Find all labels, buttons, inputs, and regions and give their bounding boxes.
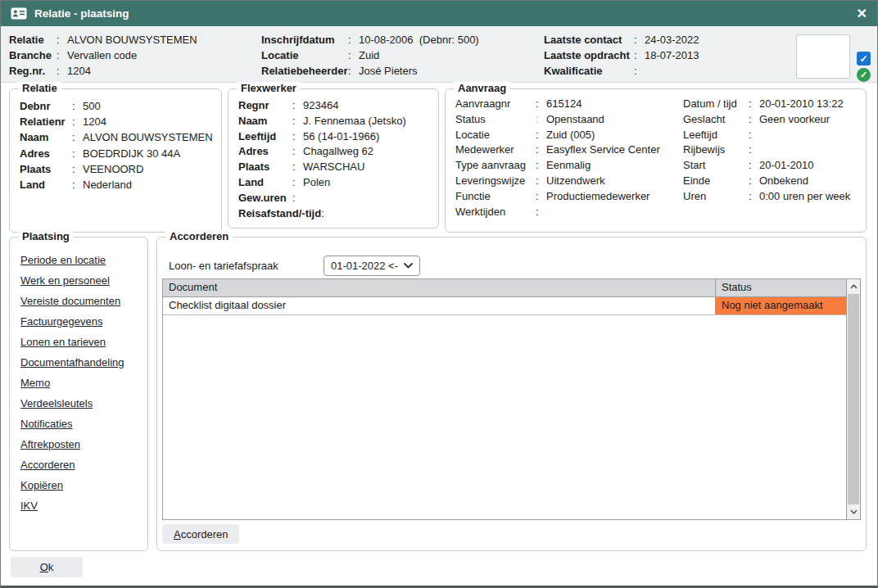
field-label: Adres xyxy=(20,146,72,161)
sidebar-link-periode-en-locatie[interactable]: Periode en locatie xyxy=(20,252,147,273)
field-label: Adres xyxy=(238,144,292,160)
status-cell[interactable]: Nog niet aangemaakt xyxy=(715,297,846,314)
aanvraag-groupbox: Aanvraag Aanvraagnr615124 StatusOpenstaa… xyxy=(445,88,867,233)
field-label: Naam xyxy=(238,114,292,129)
field-label: Naam xyxy=(20,129,72,145)
field-label: Leeftijd xyxy=(238,129,292,145)
field-value: Uitzendwerk xyxy=(546,174,605,189)
sidebar-link-memo[interactable]: Memo xyxy=(20,375,147,396)
groupbox-title: Aanvraag xyxy=(454,82,510,94)
field-label: Relatienr xyxy=(20,114,72,129)
field-value: Openstaand xyxy=(546,112,604,128)
sidebar-link-ikv[interactable]: IKV xyxy=(20,498,147,518)
field-label: Plaats xyxy=(238,160,292,175)
document-cell[interactable]: Checklist digitaal dossier xyxy=(163,297,715,314)
sidebar-link-vereiste-documenten[interactable]: Vereiste documenten xyxy=(20,293,147,314)
field-value: Vervallen code xyxy=(67,47,137,63)
field-value: 10-08-2006 (Debnr: 500) xyxy=(359,32,479,47)
table-scrollbar[interactable] xyxy=(846,279,860,519)
field-label: Type aanvraag xyxy=(455,158,536,174)
field-value: Chagallweg 62 xyxy=(303,144,373,160)
status-flags: ✓ ✓ xyxy=(857,52,871,82)
field-label: Land xyxy=(238,175,292,191)
field-label: Locatie xyxy=(261,47,348,63)
field-label: Gew.uren xyxy=(238,191,292,206)
field-label: Reisafstand/-tijd xyxy=(238,206,321,222)
field-value: Nederland xyxy=(83,177,132,192)
field-value: Polen xyxy=(303,175,330,191)
groupbox-title: Accorderen xyxy=(165,230,233,242)
field-value: ALVON BOUWSYSTEMEN xyxy=(83,129,213,145)
sidebar-link-notificaties[interactable]: Notificaties xyxy=(20,416,147,436)
field-value: 1204 xyxy=(67,63,91,79)
relation-header: RelatieALVON BOUWSYSTEMEN BrancheVervall… xyxy=(1,26,877,83)
table-header-row: Document Status xyxy=(163,279,846,297)
approved-circle-check-icon: ✓ xyxy=(857,68,871,82)
sidebar-link-accorderen[interactable]: Accorderen xyxy=(20,457,147,477)
field-label: Einde xyxy=(683,174,749,189)
loon-tariefafspraak-select[interactable]: 01-01-2022 <- xyxy=(324,256,420,276)
field-value: 56 (14-01-1966) xyxy=(303,129,379,145)
ok-button[interactable]: Ok xyxy=(11,557,83,577)
checked-checkbox-icon[interactable]: ✓ xyxy=(857,52,871,66)
field-label: Land xyxy=(20,177,72,192)
scrollbar-thumb[interactable] xyxy=(848,294,859,504)
field-label: Laatste contact xyxy=(544,32,634,47)
groupbox-title: Flexwerker xyxy=(237,82,301,94)
field-value: BOEDRDIJK 30 44A xyxy=(83,146,180,161)
field-label: Reg.nr. xyxy=(9,63,57,79)
scroll-down-icon[interactable] xyxy=(847,505,860,518)
field-value: Productiemedewerker xyxy=(546,189,649,205)
field-label: Medewerker xyxy=(455,142,536,158)
sidebar-link-verdeelsleutels[interactable]: Verdeelsleutels xyxy=(20,396,147,416)
field-value: J. Fennemaa (Jetsko) xyxy=(303,114,406,129)
groupbox-title: Relatie xyxy=(18,82,61,94)
field-value: 18-07-2013 xyxy=(645,47,699,63)
sidebar-link-aftrekposten[interactable]: Aftrekposten xyxy=(20,436,147,457)
field-label: Relatie xyxy=(9,32,57,47)
field-value: José Pieters xyxy=(359,63,418,79)
field-value: 0:00 uren per week xyxy=(759,189,850,205)
close-icon[interactable]: ✕ xyxy=(857,7,867,20)
column-header-status[interactable]: Status xyxy=(715,279,846,296)
field-value: WARSCHAU xyxy=(303,160,364,175)
field-value: VEENOORD xyxy=(83,161,143,177)
flexwerker-groupbox: Flexwerker Regnr923464 NaamJ. Fennemaa (… xyxy=(228,88,439,228)
field-label: Status xyxy=(455,112,536,128)
field-label: Start xyxy=(683,158,749,174)
field-label: Kwalificatie xyxy=(544,63,634,79)
field-value: 20-01-2010 xyxy=(759,158,814,174)
field-label: Debnr xyxy=(20,98,72,114)
sidebar-link-kopieren[interactable]: Kopiëren xyxy=(20,477,147,498)
field-label: Branche xyxy=(9,47,57,63)
header-col-registration: Inschrijfdatum10-08-2006 (Debnr: 500) Lo… xyxy=(261,32,544,82)
field-label: Laatste opdracht xyxy=(544,47,634,63)
document-status-table: Document Status Checklist digitaal dossi… xyxy=(162,278,861,520)
sidebar-link-lonen-en-tarieven[interactable]: Lonen en tarieven xyxy=(20,334,147,355)
column-header-document[interactable]: Document xyxy=(163,279,715,296)
table-row[interactable]: Checklist digitaal dossier Nog niet aang… xyxy=(163,297,846,315)
contact-card-icon xyxy=(11,7,27,20)
window-title: Relatie - plaatsing xyxy=(34,7,129,20)
field-label: Regnr xyxy=(238,98,292,114)
field-value: Eenmalig xyxy=(546,158,591,174)
sidebar-link-factuurgegevens[interactable]: Factuurgegevens xyxy=(20,314,147,334)
accorderen-groupbox: Accorderen Loon- en tariefafspraak 01-01… xyxy=(156,237,867,551)
field-label: Plaats xyxy=(20,161,72,177)
accorderen-button[interactable]: Accorderen xyxy=(162,524,239,544)
scroll-up-icon[interactable] xyxy=(847,280,860,293)
field-value: 24-03-2022 xyxy=(645,32,699,47)
field-label: Leeftijd xyxy=(683,128,749,143)
field-value: Zuid (005) xyxy=(546,128,595,143)
field-label: Rijbewijs xyxy=(683,142,749,158)
aanvraag-left-column: Aanvraagnr615124 StatusOpenstaand Locati… xyxy=(455,97,683,219)
relatie-groupbox: Relatie Debnr500 Relatienr1204 NaamALVON… xyxy=(9,88,222,233)
sidebar-link-werk-en-personeel[interactable]: Werk en personeel xyxy=(20,273,147,293)
title-bar: Relatie - plaatsing ✕ xyxy=(1,1,877,26)
field-label: Locatie xyxy=(455,128,536,143)
field-value: Easyflex Service Center xyxy=(546,142,660,158)
field-value: 615124 xyxy=(546,97,582,112)
field-label: Werktijden xyxy=(455,205,536,220)
field-label: Relatiebeheerder xyxy=(261,63,348,79)
sidebar-link-documentafhandeling[interactable]: Documentafhandeling xyxy=(20,355,147,375)
